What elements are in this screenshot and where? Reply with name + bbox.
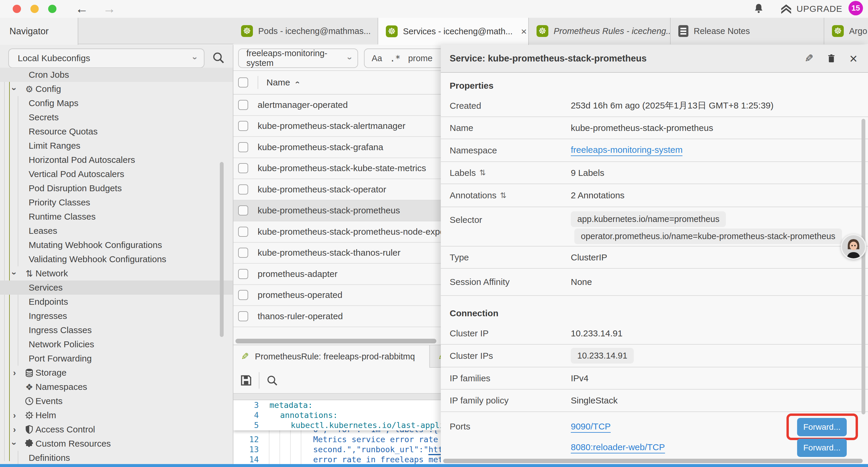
- sidebar-group-helm[interactable]: ›Helm: [0, 408, 234, 422]
- table-row[interactable]: kube-prometheus-stack-thanos-ruler: [234, 243, 441, 264]
- port-9090-link[interactable]: 9090/TCP: [571, 421, 611, 433]
- kubeconfig-select[interactable]: Local Kubeconfigs ›: [8, 49, 205, 68]
- sidebar-item-priority-classes[interactable]: Priority Classes: [0, 195, 234, 209]
- sidebar-item-services[interactable]: Services: [0, 281, 234, 295]
- editor-tab-prometheusrule[interactable]: ✎ PrometheusRule: freeleaps-prod-rabbitm…: [234, 345, 430, 368]
- notifications-bell-icon[interactable]: [753, 3, 765, 15]
- sidebar-item-secrets[interactable]: Secrets: [0, 110, 234, 124]
- row-checkbox[interactable]: [238, 184, 248, 195]
- sidebar-group-config[interactable]: ›⚙Config: [0, 82, 234, 96]
- search-icon[interactable]: [212, 51, 225, 64]
- table-row[interactable]: kube-prometheus-stack-grafana: [234, 137, 441, 158]
- yaml-editor[interactable]: 0", "for": "1m", labels :{ service : 12 …: [234, 400, 441, 465]
- navigator-panel-tab[interactable]: Navigator: [0, 18, 78, 45]
- save-icon[interactable]: [239, 374, 253, 387]
- namespace-filter-select[interactable]: freeleaps-monitoring-system ›: [238, 49, 358, 68]
- expand-toggle-icon[interactable]: ⇅: [479, 168, 486, 177]
- kubernetes-icon: [832, 25, 844, 37]
- detail-horizontal-scrollbar[interactable]: [443, 459, 863, 463]
- table-header: Name›: [234, 71, 441, 95]
- sidebar-item-pod-disruption-budgets[interactable]: Pod Disruption Budgets: [0, 181, 234, 195]
- sidebar-item-config-maps[interactable]: Config Maps: [0, 96, 234, 110]
- row-checkbox[interactable]: [238, 269, 248, 279]
- tab-pods[interactable]: Pods - icecheng@mathmas...: [234, 18, 378, 44]
- row-checkbox[interactable]: [238, 248, 248, 258]
- upgrade-button[interactable]: UPGRADE: [780, 3, 842, 15]
- detail-vertical-scrollbar[interactable]: [862, 119, 865, 414]
- table-row[interactable]: alertmanager-operated: [234, 95, 441, 116]
- sidebar-group-custom-resources[interactable]: ›Custom Resources: [0, 437, 234, 451]
- close-window-button[interactable]: [13, 5, 21, 13]
- table-row-selected[interactable]: kube-prometheus-stack-prometheus: [234, 200, 441, 222]
- sidebar-item-runtime-classes[interactable]: Runtime Classes: [0, 209, 234, 224]
- sidebar-group-network[interactable]: ›⇅Network: [0, 266, 234, 281]
- row-checkbox[interactable]: [238, 290, 248, 300]
- forward-button[interactable]: Forward...: [797, 439, 847, 457]
- sidebar-item-mutating-webhook-configurations[interactable]: Mutating Webhook Configurations: [0, 238, 234, 252]
- table-row[interactable]: kube-prometheus-stack-prometheus-node-ex…: [234, 222, 441, 243]
- name-column-header[interactable]: Name›: [258, 76, 298, 89]
- sidebar-item-ingresses[interactable]: Ingresses: [0, 309, 234, 323]
- table-row[interactable]: thanos-ruler-operated: [234, 306, 441, 327]
- sidebar-item-definitions[interactable]: Definitions: [0, 451, 234, 465]
- editor-tab-next[interactable]: ✎: [430, 345, 441, 368]
- table-row[interactable]: kube-prometheus-stack-kube-state-metrics: [234, 158, 441, 179]
- table-row[interactable]: prometheus-operated: [234, 285, 441, 306]
- expand-toggle-icon[interactable]: ⇅: [500, 191, 506, 200]
- regex-toggle[interactable]: .*: [390, 53, 400, 63]
- table-row[interactable]: kube-prometheus-stack-operator: [234, 179, 441, 200]
- editor-search-icon[interactable]: [266, 374, 278, 387]
- sidebar-item-namespaces[interactable]: ❖Namespaces: [0, 380, 234, 394]
- sidebar-group-storage[interactable]: ›Storage: [0, 366, 234, 380]
- puzzle-icon: [23, 439, 35, 448]
- port-8080-link[interactable]: 8080:reloader-web/TCP: [571, 442, 665, 454]
- row-checkbox[interactable]: [238, 205, 248, 215]
- notification-count-badge[interactable]: 15: [848, 1, 863, 16]
- maximize-window-button[interactable]: [48, 5, 56, 13]
- delete-trash-icon[interactable]: [826, 53, 836, 64]
- row-checkbox[interactable]: [238, 142, 248, 152]
- tab-services-active[interactable]: Services - icecheng@math... ×: [378, 18, 529, 45]
- sidebar-item-horizontal-pod-autoscalers[interactable]: Horizontal Pod Autoscalers: [0, 153, 234, 167]
- table-row[interactable]: prometheus-adapter: [234, 264, 441, 285]
- sidebar-item-resource-quotas[interactable]: Resource Quotas: [0, 124, 234, 139]
- row-checkbox[interactable]: [238, 100, 248, 110]
- sidebar-scrollbar[interactable]: [220, 162, 224, 337]
- sidebar-item-endpoints[interactable]: Endpoints: [0, 295, 234, 309]
- sidebar-item-vertical-pod-autoscalers[interactable]: Vertical Pod Autoscalers: [0, 167, 234, 181]
- user-avatar[interactable]: [841, 234, 866, 260]
- table-search-input[interactable]: Aa .* prome: [364, 49, 441, 68]
- tab-release-notes[interactable]: Release Notes: [671, 18, 824, 44]
- row-checkbox[interactable]: [238, 121, 248, 131]
- sidebar-item-cron-jobs[interactable]: Cron Jobs: [0, 68, 234, 82]
- sidebar-item-validating-webhook-configurations[interactable]: Validating Webhook Configurations: [0, 252, 234, 266]
- back-button[interactable]: ←: [75, 0, 88, 18]
- row-checkbox[interactable]: [238, 227, 248, 237]
- select-all-checkbox[interactable]: [238, 78, 248, 87]
- detail-row-ports: Ports 9090/TCP Forward... 8080:reloader-…: [441, 412, 868, 465]
- sidebar-group-access-control[interactable]: ›Access Control: [0, 422, 234, 437]
- editor-line-12: 12 Metrics service error rate is {{ $va: [234, 435, 441, 444]
- row-checkbox[interactable]: [238, 163, 248, 173]
- gear-icon: ⚙: [23, 84, 35, 94]
- sidebar-item-ingress-classes[interactable]: Ingress Classes: [0, 323, 234, 337]
- match-case-toggle[interactable]: Aa: [372, 54, 382, 63]
- table-horizontal-scrollbar[interactable]: [236, 339, 436, 344]
- edit-icon[interactable]: ✎: [804, 52, 813, 65]
- sidebar-item-port-forwarding[interactable]: Port Forwarding: [0, 351, 234, 366]
- forward-button[interactable]: →: [103, 0, 116, 18]
- tab-argo[interactable]: Argo Se: [824, 18, 868, 44]
- table-row[interactable]: kube-prometheus-stack-alertmanager: [234, 116, 441, 137]
- close-tab-icon[interactable]: ×: [521, 26, 527, 37]
- minimize-window-button[interactable]: [30, 5, 39, 13]
- row-checkbox[interactable]: [238, 311, 248, 321]
- document-icon: [678, 25, 688, 37]
- sidebar-item-leases[interactable]: Leases: [0, 224, 234, 238]
- sidebar-item-events[interactable]: Events: [0, 394, 234, 408]
- namespace-link[interactable]: freeleaps-monitoring-system: [571, 145, 682, 156]
- sidebar-item-network-policies[interactable]: Network Policies: [0, 337, 234, 351]
- runbook-url-link[interactable]: https://net: [428, 445, 441, 455]
- sidebar-item-limit-ranges[interactable]: Limit Ranges: [0, 139, 234, 153]
- close-icon[interactable]: ×: [849, 52, 857, 65]
- tab-prometheus-rules[interactable]: Prometheus Rules - icecheng...: [529, 18, 671, 44]
